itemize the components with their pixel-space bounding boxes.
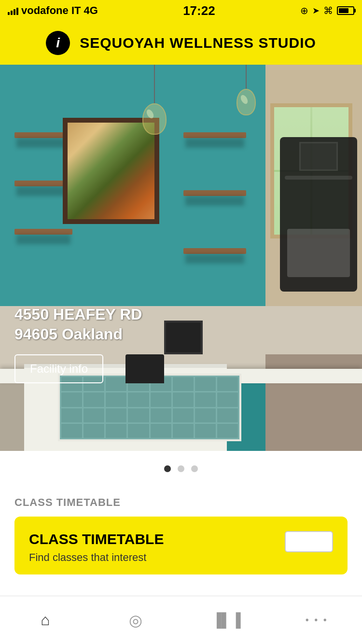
treadmill-screen: [299, 142, 338, 171]
tile: [128, 424, 149, 438]
nav-item-timer[interactable]: ◎: [111, 603, 160, 637]
nav-item-more[interactable]: • • •: [292, 603, 341, 637]
status-time: 17:22: [183, 3, 215, 18]
tile: [84, 392, 104, 406]
tile: [217, 424, 238, 438]
chair: [125, 354, 164, 383]
shelf: [183, 248, 246, 254]
pendant-light-2: [237, 65, 256, 115]
tile: [128, 392, 149, 406]
tile: [61, 424, 82, 438]
tile: [195, 408, 216, 422]
address-line2: 94605 Oakland: [14, 324, 142, 345]
shelf: [183, 132, 246, 138]
app-title: SEQUOYAH WELLNESS STUDIO: [80, 35, 316, 51]
network-text: 4G: [84, 4, 97, 17]
tile: [84, 408, 104, 422]
battery-fill: [339, 8, 348, 13]
desk-tiles: [58, 374, 241, 441]
bottom-navigation: ⌂ ◎ ▐▌▐ • • •: [0, 596, 362, 644]
home-icon: ⌂: [41, 611, 50, 629]
nav-item-home[interactable]: ⌂: [21, 603, 70, 637]
tile: [128, 408, 149, 422]
tile: [195, 424, 216, 438]
app-header: i SEQUOYAH WELLNESS STUDIO: [0, 21, 362, 65]
tile: [106, 392, 126, 406]
tile: [61, 392, 82, 406]
bluetooth-icon: ⌘: [323, 5, 333, 16]
section-label: CLASS TIMETABLE: [0, 487, 362, 517]
status-icons: ⊕ ➤ ⌘: [300, 5, 354, 16]
more-icon: • • •: [306, 615, 328, 626]
treadmill-handles: [285, 176, 352, 180]
pendant-cord: [154, 65, 155, 103]
facility-info-button[interactable]: Facility info: [14, 354, 103, 383]
nav-item-stats[interactable]: ▐▌▐: [202, 603, 251, 637]
chart-icon: ▐▌▐: [212, 613, 241, 628]
tile: [106, 377, 126, 391]
status-bar: vodafone IT 4G 17:22 ⊕ ➤ ⌘: [0, 0, 362, 21]
pendant-bulb: [237, 89, 256, 115]
tile: [173, 377, 194, 391]
carousel-dot-3[interactable]: [191, 465, 198, 472]
carousel-dot-2[interactable]: [178, 465, 184, 472]
monitor: [164, 321, 203, 354]
hero-image: 4550 HEAFEY RD 94605 Oakland Facility in…: [0, 65, 362, 451]
tile: [61, 408, 82, 422]
tile: [173, 424, 194, 438]
timetable-filter-button[interactable]: [285, 531, 333, 552]
tile: [84, 424, 104, 438]
tile: [151, 408, 171, 422]
shelf: [14, 229, 72, 235]
carrier-text: vodafone IT: [21, 4, 81, 17]
info-icon: i: [46, 31, 70, 55]
carousel-dots: [0, 451, 362, 487]
tile: [217, 377, 238, 391]
tile: [195, 377, 216, 391]
tile: [217, 408, 238, 422]
tile: [151, 424, 171, 438]
address-overlay: 4550 HEAFEY RD 94605 Oakland: [14, 305, 142, 345]
tile: [217, 392, 238, 406]
location-icon: ⊕: [300, 5, 308, 16]
timer-icon: ◎: [129, 611, 142, 630]
address-line1: 4550 HEAFEY RD: [14, 305, 142, 325]
timetable-card-title: CLASS TIMETABLE: [29, 531, 164, 547]
pendant-light-1: [142, 65, 167, 135]
tile: [151, 392, 171, 406]
tile: [195, 392, 216, 406]
tile: [173, 408, 194, 422]
tile: [173, 392, 194, 406]
battery-icon: [337, 6, 354, 15]
pendant-cord: [246, 65, 247, 89]
timetable-card[interactable]: CLASS TIMETABLE Find classes that intere…: [14, 517, 348, 574]
tile: [106, 408, 126, 422]
timetable-card-content: CLASS TIMETABLE Find classes that intere…: [29, 531, 164, 564]
timetable-card-subtitle: Find classes that interest: [29, 551, 164, 564]
timetable-card-row: CLASS TIMETABLE Find classes that intere…: [29, 531, 333, 564]
location-arrow-icon: ➤: [312, 5, 320, 16]
shelf: [183, 190, 246, 196]
status-carrier: vodafone IT 4G: [8, 4, 98, 17]
pendant-bulb: [142, 103, 167, 135]
carousel-dot-1[interactable]: [164, 465, 171, 472]
tile: [106, 424, 126, 438]
treadmill: [280, 137, 357, 292]
treadmill-belt: [287, 229, 350, 277]
signal-icon: [8, 6, 18, 15]
